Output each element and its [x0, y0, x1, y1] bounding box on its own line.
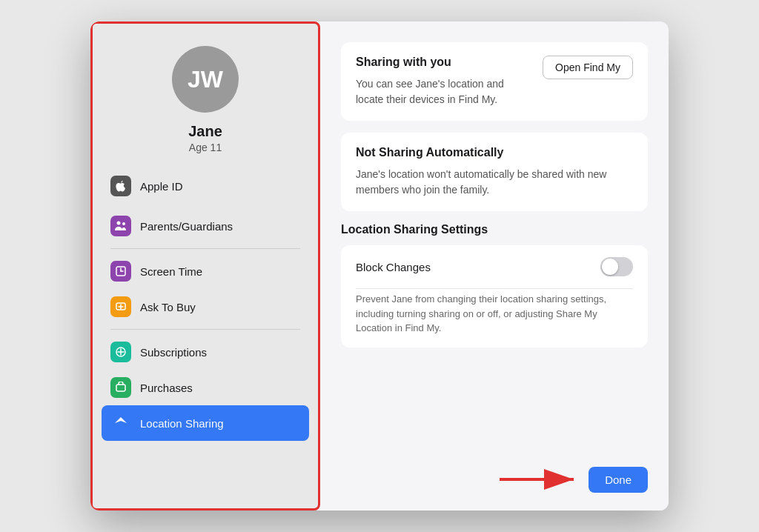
- subscriptions-icon: [110, 342, 131, 362]
- user-age: Age 11: [189, 142, 222, 153]
- not-sharing-desc: Jane's location won't automatically be s…: [356, 167, 633, 198]
- nav-group-parents: Parents/Guardians: [102, 208, 309, 244]
- sidebar-item-apple-id[interactable]: Apple ID: [102, 168, 309, 204]
- sidebar-item-screentime-label: Screen Time: [140, 265, 202, 278]
- sidebar-item-subscriptions-label: Subscriptions: [140, 346, 207, 359]
- settings-section-title: Location Sharing Settings: [341, 223, 648, 236]
- nav-group-apple-id: Apple ID: [102, 168, 309, 204]
- location-sharing-settings-section: Location Sharing Settings Block Changes …: [341, 223, 648, 348]
- svg-point-1: [122, 222, 125, 225]
- avatar: JW: [172, 46, 239, 113]
- sharing-with-you-desc: You can see Jane's location and locate t…: [356, 76, 531, 107]
- sidebar-nav: Apple ID Parents/Guardians: [93, 168, 318, 441]
- sidebar-item-parents-guardians[interactable]: Parents/Guardians: [102, 208, 309, 244]
- block-changes-row: Block Changes: [341, 245, 648, 288]
- purchases-icon: [110, 377, 131, 398]
- open-find-my-button[interactable]: Open Find My: [543, 56, 633, 79]
- location-icon: [110, 413, 131, 433]
- svg-rect-9: [116, 385, 125, 391]
- nav-divider-1: [110, 248, 300, 249]
- block-changes-desc: Prevent Jane from changing their locatio…: [341, 289, 648, 348]
- sidebar-item-purchases[interactable]: Purchases: [102, 370, 309, 405]
- sidebar: JW Jane Age 11 Apple ID: [90, 21, 320, 511]
- sidebar-item-parents-label: Parents/Guardians: [140, 220, 233, 233]
- done-area: Done: [341, 460, 648, 493]
- sidebar-item-subscriptions[interactable]: Subscriptions: [102, 334, 309, 370]
- block-changes-label: Block Changes: [356, 261, 431, 273]
- done-button[interactable]: Done: [589, 467, 648, 493]
- user-name: Jane: [188, 123, 222, 140]
- sidebar-item-location-sharing[interactable]: Location Sharing: [102, 405, 309, 441]
- svg-point-0: [117, 222, 121, 225]
- not-sharing-card: Not Sharing Automatically Jane's locatio…: [341, 133, 648, 211]
- sidebar-item-apple-id-label: Apple ID: [140, 180, 183, 193]
- apple-icon: [110, 176, 131, 196]
- parents-icon: [110, 216, 131, 236]
- sharing-with-you-title: Sharing with you: [356, 56, 531, 69]
- main-content: Sharing with you You can see Jane's loca…: [320, 21, 669, 511]
- done-arrow-icon: [500, 466, 589, 493]
- sidebar-item-location-label: Location Sharing: [140, 417, 224, 430]
- not-sharing-title: Not Sharing Automatically: [356, 146, 633, 159]
- block-changes-toggle[interactable]: [600, 257, 633, 276]
- arrow-container: Done: [500, 466, 648, 493]
- screentime-icon: [110, 261, 131, 282]
- sharing-with-you-card: Sharing with you You can see Jane's loca…: [341, 42, 648, 121]
- sidebar-item-asktobuy-label: Ask To Buy: [140, 301, 196, 313]
- sidebar-item-purchases-label: Purchases: [140, 382, 193, 394]
- sidebar-item-screen-time[interactable]: Screen Time: [102, 253, 309, 289]
- asktobuy-icon: [110, 296, 131, 317]
- sidebar-item-ask-to-buy[interactable]: Ask To Buy: [102, 289, 309, 325]
- nav-divider-2: [110, 329, 300, 330]
- settings-card: Block Changes Prevent Jane from changing…: [341, 245, 648, 348]
